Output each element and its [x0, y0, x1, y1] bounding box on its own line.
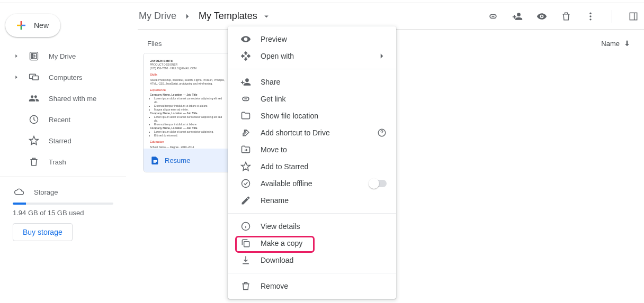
breadcrumb-current[interactable]: My Templates — [198, 8, 258, 24]
info-icon — [240, 221, 251, 232]
buy-storage-button[interactable]: Buy storage — [13, 223, 73, 241]
eye-icon — [240, 34, 251, 44]
menu-label: Get link — [261, 95, 285, 103]
menu-add-shortcut[interactable]: Add shortcut to Drive — [228, 124, 396, 141]
menu-label: Move to — [261, 145, 287, 154]
expand-icon[interactable] — [14, 53, 19, 59]
shared-icon — [29, 93, 39, 104]
star-icon — [240, 161, 251, 172]
open-with-icon — [240, 51, 251, 61]
trash-icon — [29, 157, 39, 167]
context-menu: Preview Open with Share Get link Show fi… — [228, 26, 396, 299]
menu-separator — [228, 273, 396, 273]
sidebar-item-label: Computers — [49, 74, 83, 81]
file-action-toolbar — [488, 10, 639, 23]
menu-label: Add shortcut to Drive — [261, 128, 330, 137]
menu-label: Remove — [261, 282, 288, 290]
copy-icon — [240, 238, 251, 249]
plus-icon — [15, 19, 28, 32]
menu-get-link[interactable]: Get link — [228, 90, 396, 107]
sidebar-item-label: Recent — [49, 116, 70, 124]
person-add-icon — [240, 77, 251, 87]
sidebar-item-computers[interactable]: Computers — [0, 67, 126, 88]
svg-rect-13 — [244, 242, 249, 247]
menu-preview[interactable]: Preview — [228, 31, 396, 48]
star-icon — [29, 135, 39, 146]
section-label: Files — [147, 40, 162, 48]
sidebar-item-shared[interactable]: Shared with me — [0, 88, 126, 109]
menu-separator — [228, 69, 396, 69]
menu-remove[interactable]: Remove — [228, 278, 396, 295]
menu-move-to[interactable]: Move to — [228, 141, 396, 158]
file-footer: Resume — [144, 149, 232, 172]
sidebar-item-starred[interactable]: Starred — [0, 130, 126, 151]
sidebar-item-storage[interactable]: Storage — [0, 181, 126, 203]
breadcrumb-dropdown-icon[interactable] — [262, 12, 271, 21]
svg-point-7 — [589, 19, 591, 20]
download-icon — [240, 255, 251, 265]
folder-icon — [240, 111, 251, 121]
svg-point-11 — [242, 180, 250, 188]
link-icon[interactable] — [488, 11, 498, 22]
sidebar-item-label: Starred — [49, 137, 71, 145]
preview-icon[interactable] — [536, 11, 547, 22]
menu-separator — [228, 213, 396, 214]
delete-icon[interactable] — [561, 11, 571, 22]
menu-view-details[interactable]: View details — [228, 218, 396, 235]
details-panel-icon[interactable] — [628, 11, 639, 22]
more-icon[interactable] — [585, 11, 596, 22]
recent-icon — [29, 114, 39, 125]
menu-add-starred[interactable]: Add to Starred — [228, 158, 396, 175]
new-button[interactable]: New — [5, 14, 60, 37]
shortcut-icon — [240, 127, 251, 138]
menu-share[interactable]: Share — [228, 74, 396, 90]
menu-open-with[interactable]: Open with — [228, 48, 396, 65]
menu-label: View details — [261, 222, 300, 231]
chevron-right-icon — [183, 12, 192, 21]
menu-label: Preview — [261, 35, 287, 43]
storage-used-text: 1.94 GB of 15 GB used — [0, 209, 126, 217]
svg-point-6 — [589, 15, 591, 17]
toolbar-divider — [612, 10, 612, 23]
arrow-down-icon — [623, 39, 631, 48]
menu-download[interactable]: Download — [228, 252, 396, 269]
menu-show-location[interactable]: Show file location — [228, 107, 396, 124]
help-icon[interactable] — [377, 128, 387, 137]
sort-label: Name — [601, 40, 620, 48]
storage-bar — [13, 203, 113, 205]
menu-label: Available offline — [261, 179, 312, 188]
offline-toggle[interactable] — [370, 180, 387, 187]
breadcrumb-root[interactable]: My Drive — [138, 8, 177, 24]
person-add-icon[interactable] — [512, 11, 523, 22]
sort-column[interactable]: Name — [601, 39, 631, 48]
sidebar-item-trash[interactable]: Trash — [0, 151, 126, 172]
file-card-resume[interactable]: JAYDEN SMITH PRODUCT DESIGNER (123) 456-… — [143, 53, 233, 172]
sidebar-item-label: Shared with me — [49, 95, 96, 103]
sidebar-item-label: Trash — [49, 158, 66, 166]
menu-label: Open with — [261, 52, 294, 60]
cloud-icon — [14, 187, 24, 197]
new-button-label: New — [34, 21, 49, 30]
offline-icon — [240, 178, 251, 189]
sidebar-item-my-drive[interactable]: My Drive — [0, 45, 126, 67]
trash-icon — [240, 281, 251, 291]
rename-icon — [240, 195, 251, 206]
sidebar: New My Drive Computers Shared with me Re… — [0, 3, 126, 303]
menu-make-copy[interactable]: Make a copy — [228, 235, 396, 252]
drive-icon — [29, 51, 39, 61]
menu-label: Make a copy — [261, 239, 302, 247]
menu-label: Add to Starred — [261, 162, 308, 171]
menu-rename[interactable]: Rename — [228, 192, 396, 209]
computers-icon — [29, 72, 39, 82]
menu-available-offline[interactable]: Available offline — [228, 175, 396, 192]
divider — [0, 177, 126, 177]
expand-icon[interactable] — [14, 75, 19, 80]
sidebar-item-recent[interactable]: Recent — [0, 109, 126, 130]
chevron-right-icon — [377, 51, 387, 61]
link-icon — [240, 94, 251, 104]
svg-rect-8 — [630, 13, 637, 20]
docs-icon — [151, 156, 159, 164]
breadcrumb-row: My Drive My Templates — [138, 3, 644, 30]
menu-label: Download — [261, 256, 293, 264]
move-icon — [240, 144, 251, 155]
